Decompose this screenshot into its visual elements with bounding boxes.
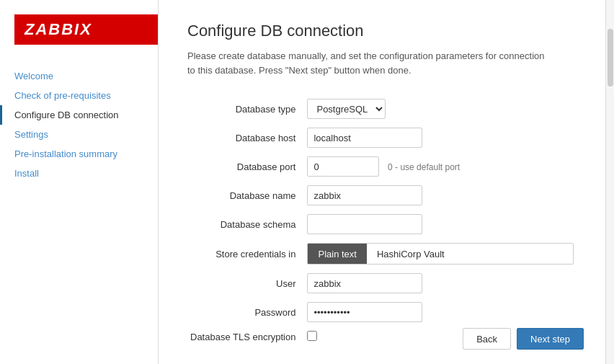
store-credentials-cell: Plain text HashiCorp Vault [304, 239, 577, 269]
footer-buttons: Back Next step [463, 328, 584, 350]
password-row: Password [187, 298, 577, 327]
sidebar-item-welcome[interactable]: Welcome [0, 66, 158, 86]
sidebar-link-welcome[interactable]: Welcome [14, 71, 53, 81]
password-label: Password [187, 298, 304, 327]
sidebar-item-pre-install[interactable]: Pre-installation summary [0, 144, 158, 164]
db-host-label: Database host [187, 123, 304, 152]
user-label: User [187, 269, 304, 298]
sidebar-item-configure-db[interactable]: Configure DB connection [0, 105, 158, 125]
sidebar-link-settings[interactable]: Settings [14, 129, 48, 140]
db-port-cell: 0 - use default port [304, 152, 577, 181]
sidebar: ZABBIX Welcome Check of pre-requisites C… [0, 0, 159, 364]
password-cell [304, 298, 577, 327]
logo: ZABBIX [14, 14, 158, 45]
store-credentials-label: Store credentials in [187, 239, 304, 269]
next-step-button[interactable]: Next step [517, 328, 584, 350]
store-vault-button[interactable]: HashiCorp Vault [367, 244, 455, 264]
db-config-form: Database type MySQL PostgreSQL Oracle IB… [187, 94, 577, 347]
tls-label: Database TLS encryption [187, 327, 304, 347]
db-port-label: Database port [187, 152, 304, 181]
tls-checkbox[interactable] [307, 331, 317, 341]
password-input[interactable] [307, 302, 422, 322]
sidebar-item-install[interactable]: Install [0, 164, 158, 183]
store-credentials-row: Store credentials in Plain text HashiCor… [187, 239, 577, 269]
db-schema-input[interactable] [307, 214, 422, 234]
page-description: Please create database manually, and set… [187, 49, 548, 77]
scrollbar-track[interactable] [605, 0, 614, 364]
sidebar-link-configure-db[interactable]: Configure DB connection [14, 110, 119, 120]
db-schema-row: Database schema [187, 210, 577, 239]
db-type-row: Database type MySQL PostgreSQL Oracle IB… [187, 94, 577, 123]
db-port-hint: 0 - use default port [388, 162, 460, 172]
user-input[interactable] [307, 273, 422, 293]
user-row: User [187, 269, 577, 298]
db-name-row: Database name [187, 181, 577, 210]
db-host-cell [304, 123, 577, 152]
user-cell [304, 269, 577, 298]
sidebar-link-check-pre-requisites[interactable]: Check of pre-requisites [14, 90, 111, 101]
sidebar-item-settings[interactable]: Settings [0, 125, 158, 144]
db-name-label: Database name [187, 181, 304, 210]
db-schema-cell [304, 210, 577, 239]
db-port-row: Database port 0 - use default port [187, 152, 577, 181]
db-host-row: Database host [187, 123, 577, 152]
credentials-btn-group: Plain text HashiCorp Vault [307, 243, 574, 265]
db-port-input[interactable] [307, 156, 379, 177]
main-content: Configure DB connection Please create da… [159, 0, 605, 364]
scrollbar-thumb[interactable] [608, 29, 613, 86]
db-name-cell [304, 181, 577, 210]
db-schema-label: Database schema [187, 210, 304, 239]
store-plain-button[interactable]: Plain text [308, 244, 366, 264]
sidebar-link-pre-install[interactable]: Pre-installation summary [14, 148, 117, 159]
back-button[interactable]: Back [463, 328, 511, 350]
sidebar-nav: Welcome Check of pre-requisites Configur… [0, 66, 158, 183]
db-name-input[interactable] [307, 185, 422, 205]
page-title: Configure DB connection [187, 22, 577, 40]
sidebar-item-check-pre-requisites[interactable]: Check of pre-requisites [0, 86, 158, 105]
db-type-label: Database type [187, 94, 304, 123]
db-type-select[interactable]: MySQL PostgreSQL Oracle IBM DB2 SQLite3 [307, 99, 386, 119]
sidebar-link-install[interactable]: Install [14, 168, 39, 179]
db-host-input[interactable] [307, 128, 422, 148]
db-type-cell: MySQL PostgreSQL Oracle IBM DB2 SQLite3 [304, 94, 577, 123]
